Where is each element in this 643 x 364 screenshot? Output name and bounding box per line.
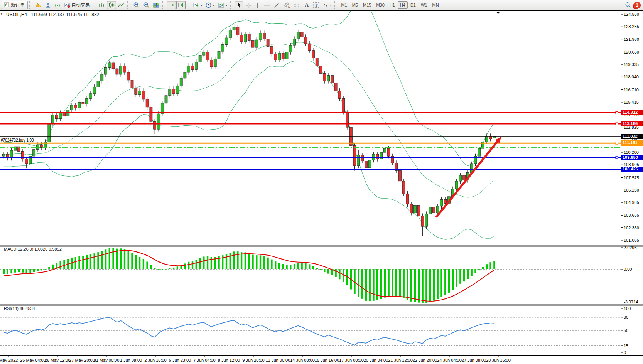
- chart-shift-button[interactable]: [176, 1, 186, 9]
- tile-windows-icon: [153, 2, 159, 8]
- periods-button[interactable]: [204, 1, 216, 9]
- auto-trading-button[interactable]: 自动交易: [62, 1, 91, 9]
- svg-text:24 Jun 04:00: 24 Jun 04:00: [437, 358, 462, 362]
- candles-layer: [3, 24, 496, 236]
- trendline-icon: [273, 2, 280, 8]
- svg-text:27 May 20:00: 27 May 20:00: [69, 358, 95, 362]
- toolbar-separator: [162, 1, 165, 9]
- svg-text:May 2022: May 2022: [0, 358, 18, 362]
- symbol-dropdown-icon[interactable]: ▾: [1, 12, 2, 16]
- timeframe-label: H1: [390, 3, 395, 7]
- zoom-out-button[interactable]: [142, 1, 151, 9]
- signal-icon: [54, 2, 61, 8]
- trendline-tool-button[interactable]: [272, 1, 281, 9]
- svg-text:F: F: [299, 5, 300, 8]
- line-chart-icon: [118, 2, 124, 8]
- new-order-icon: [4, 2, 10, 8]
- notification-badge[interactable]: 1: [633, 2, 641, 9]
- crosshair-tool-button[interactable]: [244, 1, 253, 9]
- chart-canvas[interactable]: 124.550123.255121.960120.630119.335118.0…: [0, 10, 643, 364]
- svg-text:8 Jun 12:00: 8 Jun 12:00: [218, 358, 240, 362]
- timeframe-label: D1: [410, 3, 416, 7]
- signals-button[interactable]: [53, 1, 62, 9]
- svg-text:110.200: 110.200: [624, 150, 639, 155]
- timeframe-m5-button[interactable]: M5: [350, 1, 360, 9]
- line-chart-button[interactable]: [116, 1, 126, 9]
- channel-tool-button[interactable]: E: [282, 1, 292, 9]
- svg-text:28 Jun 16:00: 28 Jun 16:00: [486, 358, 511, 362]
- candlestick-chart-button[interactable]: [107, 1, 116, 9]
- svg-text:100: 100: [624, 306, 631, 311]
- svg-text:E: E: [288, 5, 290, 8]
- price-tag: 111.832: [621, 134, 643, 139]
- price-axis[interactable]: 124.550123.255121.960120.630119.335118.0…: [621, 12, 639, 243]
- svg-text:22 Jun 20:00: 22 Jun 20:00: [413, 358, 437, 362]
- timeframe-label: W1: [421, 3, 427, 7]
- auto-scroll-button[interactable]: [167, 1, 176, 9]
- text-label-glyph: T: [313, 2, 319, 8]
- template-icon: [218, 2, 224, 8]
- svg-text:2.0298: 2.0298: [624, 245, 637, 250]
- price-tag: 113.166: [621, 121, 643, 126]
- timeframe-m30-button[interactable]: M30: [374, 1, 386, 9]
- svg-text:106.280: 106.280: [624, 188, 639, 192]
- arrows-tool-button[interactable]: [321, 1, 333, 9]
- svg-text:2 Jun 16:00: 2 Jun 16:00: [144, 358, 167, 362]
- macd-signal-value: 0.5852: [49, 247, 62, 251]
- zoom-in-button[interactable]: [132, 1, 141, 9]
- market-watch-button[interactable]: [44, 1, 52, 9]
- timeframe-d1-button[interactable]: D1: [408, 1, 418, 9]
- timeframe-h4-button[interactable]: H4: [398, 1, 408, 9]
- toolbar-separator: [187, 1, 190, 9]
- tile-windows-button[interactable]: [152, 1, 161, 9]
- price-tag: 111.151: [621, 140, 643, 146]
- horizontal-line-tool-button[interactable]: [262, 1, 272, 9]
- svg-text:0.00: 0.00: [624, 267, 632, 271]
- svg-text:124.550: 124.550: [624, 12, 639, 17]
- cursor-tool-button[interactable]: [235, 1, 243, 9]
- trend-arrow[interactable]: [436, 136, 501, 217]
- macd-pane: 2.02980.00-3.0714: [0, 245, 638, 304]
- bar-chart-button[interactable]: [97, 1, 106, 9]
- toolbar-separator: [93, 1, 96, 9]
- order-line-annotation: #7624792 buy 1.00: [1, 138, 34, 142]
- search-button[interactable]: [623, 1, 633, 9]
- fibonacci-tool-button[interactable]: F: [292, 1, 302, 9]
- symbol-period-label: USOil-,H4: [6, 12, 27, 17]
- svg-text:120.630: 120.630: [624, 50, 639, 54]
- horizontal-level-lines[interactable]: [0, 111, 621, 169]
- gold-chart-icon: [35, 2, 42, 8]
- chart-shift-marker[interactable]: [496, 12, 500, 14]
- timeframe-m1-button[interactable]: M1: [339, 1, 349, 9]
- time-axis[interactable]: May 202225 May 04:0026 May 12:0027 May 2…: [0, 356, 511, 362]
- svg-text:103.655: 103.655: [624, 213, 639, 217]
- timeframe-w1-button[interactable]: W1: [419, 1, 430, 9]
- mt4-window: { "toolbar": { "new_order": "新订单", "auto…: [0, 0, 643, 364]
- price-tag: 114.312: [621, 110, 643, 115]
- svg-text:27 Jun 08:00: 27 Jun 08:00: [462, 358, 486, 362]
- zoom-out-icon: [143, 2, 150, 8]
- chart-plot[interactable]: 124.550123.255121.960120.630119.335118.0…: [0, 10, 643, 364]
- bar-chart-icon: [99, 2, 105, 8]
- timeframe-h1-button[interactable]: H1: [387, 1, 397, 9]
- templates-button[interactable]: [216, 1, 229, 9]
- indicators-button[interactable]: [191, 1, 204, 9]
- text-label-tool-button[interactable]: T: [312, 1, 321, 9]
- ohlc-values: 111.659 112.137 111.575 111.832: [31, 12, 99, 17]
- fibonacci-icon: F: [294, 2, 300, 8]
- charts-profile-button[interactable]: [34, 1, 43, 9]
- blue-person-icon: [45, 2, 51, 8]
- svg-text:0: 0: [624, 350, 626, 355]
- svg-text:107.575: 107.575: [624, 175, 639, 180]
- toolbar: 新订单 自动交易 E F A T: [0, 0, 643, 10]
- timeframe-label: M15: [363, 3, 371, 7]
- timeframe-mn-button[interactable]: MN: [430, 1, 441, 9]
- toolbar-separator: [334, 1, 337, 9]
- text-tool-button[interactable]: A: [302, 1, 311, 9]
- vertical-line-tool-button[interactable]: [253, 1, 262, 9]
- timeframe-m15-button[interactable]: M15: [361, 1, 373, 9]
- text-tool-label: A: [305, 2, 309, 8]
- search-icon: [625, 2, 631, 8]
- timeframe-label: H4: [400, 3, 405, 7]
- new-order-button[interactable]: 新订单: [1, 1, 28, 9]
